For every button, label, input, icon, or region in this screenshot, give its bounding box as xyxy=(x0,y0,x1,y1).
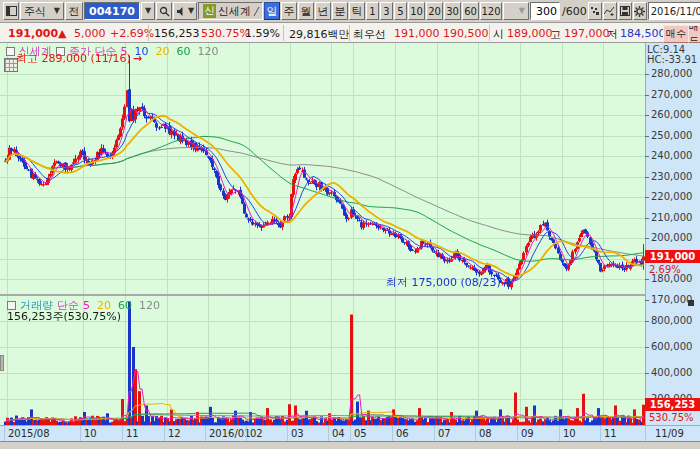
chevron-down-icon: ▼ xyxy=(188,7,194,15)
price-axis-label: 170,000 xyxy=(651,294,692,305)
date-axis-separator xyxy=(645,426,646,441)
volume-percent: 530.75% xyxy=(201,27,250,40)
pane-expand-icon[interactable] xyxy=(688,300,694,306)
date-axis-separator xyxy=(350,426,351,441)
date-axis-label: 04 xyxy=(332,428,345,439)
high-price-value: 197,000 xyxy=(564,27,610,40)
interval-button-10[interactable]: 10 xyxy=(408,2,425,20)
price-axis-label: 280,000 xyxy=(651,68,692,79)
floppy-disk-icon xyxy=(620,6,630,16)
dots-icon xyxy=(590,6,600,16)
low-annotation-text: 최저 175,000 (08/23) xyxy=(386,276,501,289)
low-label: 저 xyxy=(607,27,618,42)
date-axis-label: 12 xyxy=(168,428,181,439)
period-tab-주[interactable]: 주 xyxy=(281,2,297,20)
date-axis-label: 07 xyxy=(438,428,451,439)
arrow-right-icon: → xyxy=(503,276,512,289)
date-axis-label: 09 xyxy=(521,428,534,439)
date-axis-separator xyxy=(80,426,81,441)
period-tab-분[interactable]: 분 xyxy=(332,2,348,20)
quote-info-bar: 191,000 ▲ 5,000 +2.69% 156,253 530.75% 1… xyxy=(0,23,700,43)
date-axis-separator xyxy=(559,426,560,441)
trendline-tool-button[interactable] xyxy=(603,2,617,20)
asset-type-label: 주식 xyxy=(24,4,46,19)
left-splitter-handle[interactable] xyxy=(0,355,4,371)
empty-combo-dropdown[interactable]: ▼ xyxy=(503,2,529,20)
price-axis-label: 240,000 xyxy=(651,150,692,161)
turnover-percent: 1.59% xyxy=(245,27,280,40)
date-axis-separator xyxy=(434,426,435,441)
interval-button-5[interactable]: 5 xyxy=(394,2,407,20)
price-axis-label: 220,000 xyxy=(651,191,692,202)
stock-code-input[interactable] xyxy=(84,2,140,20)
asset-type-dropdown[interactable]: 주식▼ xyxy=(20,2,64,20)
date-axis-separator xyxy=(475,426,476,441)
panel-toggle-button[interactable] xyxy=(3,2,19,20)
search-button[interactable] xyxy=(156,2,172,20)
trendline-icon xyxy=(604,6,615,16)
code-dropdown-button[interactable]: ▼ xyxy=(141,2,155,20)
ma-period-60: 60 xyxy=(177,45,191,58)
chart-region: 신세계 종가 단순 5102060120 최고 289,000 (11/16)→… xyxy=(0,43,700,449)
date-axis-separator xyxy=(122,426,123,441)
price-axis-label: 250,000 xyxy=(651,130,692,141)
chevron-down-icon: ▼ xyxy=(519,7,525,15)
volume-readout: 156,253주(530.75%) xyxy=(7,309,121,324)
jeon-button[interactable]: 전 xyxy=(65,2,83,20)
current-volume-marker: 156,253 xyxy=(645,398,700,411)
date-axis-label: 2015/08 xyxy=(8,428,50,439)
date-axis-label: 2016/01 xyxy=(209,428,251,439)
date-axis[interactable]: 11/09 2015/081011122016/0102030405060708… xyxy=(0,425,700,441)
price-tick-mark xyxy=(645,300,649,301)
period-tab-월[interactable]: 월 xyxy=(298,2,314,20)
low-price-value: 184,500 xyxy=(620,27,666,40)
price-tick-mark xyxy=(645,136,649,137)
best-bid-value: 191,000 xyxy=(394,27,440,40)
price-tick-mark xyxy=(645,115,649,116)
change-arrow-icon: ▲ xyxy=(58,27,66,40)
low-annotation: 최저 175,000 (08/23)→ xyxy=(386,275,512,290)
price-axis-label: 270,000 xyxy=(651,89,692,100)
price-chart-canvas[interactable] xyxy=(0,43,645,294)
date-axis-label: 02 xyxy=(250,428,263,439)
date-picker[interactable]: 2016/11/09 xyxy=(648,2,700,20)
high-annotation: 최고 289,000 (11/16)→ xyxy=(16,51,142,66)
volume-value: 156,253 xyxy=(154,27,200,40)
interval-button-3[interactable]: 3 xyxy=(380,2,393,20)
settings-button[interactable] xyxy=(633,2,647,20)
best-quote-label: 최우선 xyxy=(353,27,386,42)
interval-button-30[interactable]: 30 xyxy=(444,2,461,20)
stock-name-field[interactable]: 신 신세계 xyxy=(198,2,263,20)
period-tab-틱[interactable]: 틱 xyxy=(349,2,365,20)
date-axis-label: 11 xyxy=(126,428,139,439)
volume-readout-text: 156,253주(530.75%) xyxy=(7,309,121,324)
period-tab-년[interactable]: 년 xyxy=(315,2,331,20)
best-ask-value: 190,500 xyxy=(443,27,489,40)
compare-tool-button[interactable] xyxy=(588,2,602,20)
interval-button-20[interactable]: 20 xyxy=(426,2,443,20)
date-axis-separator xyxy=(517,426,518,441)
date-axis-separator xyxy=(600,426,601,441)
interval-button-group: 13510203060120 xyxy=(365,2,502,20)
interval-button-120[interactable]: 120 xyxy=(480,2,502,20)
chevron-down-icon: ▼ xyxy=(54,7,60,15)
sound-button[interactable]: ▼ xyxy=(173,2,197,20)
interval-button-1[interactable]: 1 xyxy=(366,2,379,20)
sell-button[interactable]: 매도 xyxy=(688,25,700,43)
current-price-value: 191,000 xyxy=(8,27,58,40)
bar-count-input[interactable] xyxy=(530,2,560,20)
legend-checkbox[interactable] xyxy=(6,47,15,56)
save-button[interactable] xyxy=(618,2,632,20)
period-tab-일[interactable]: 일 xyxy=(264,2,280,20)
date-axis-separator xyxy=(246,426,247,441)
bottom-resize-strip[interactable] xyxy=(0,441,700,449)
ma-period-120: 120 xyxy=(139,299,160,312)
top-toolbar: 주식▼ 전 ▼ ▼ 신 신세계 일주월년분틱 13510203060120 ▼ … xyxy=(0,0,700,23)
date-axis-separator xyxy=(205,426,206,441)
ma-period-20: 20 xyxy=(156,45,170,58)
jeon-label: 전 xyxy=(69,4,80,19)
buy-button[interactable]: 매수 xyxy=(663,25,689,43)
interval-button-60[interactable]: 60 xyxy=(462,2,479,20)
current-price-percent: 2.69% xyxy=(649,264,681,275)
trade-value-amount: 29,816백만 xyxy=(289,27,350,42)
